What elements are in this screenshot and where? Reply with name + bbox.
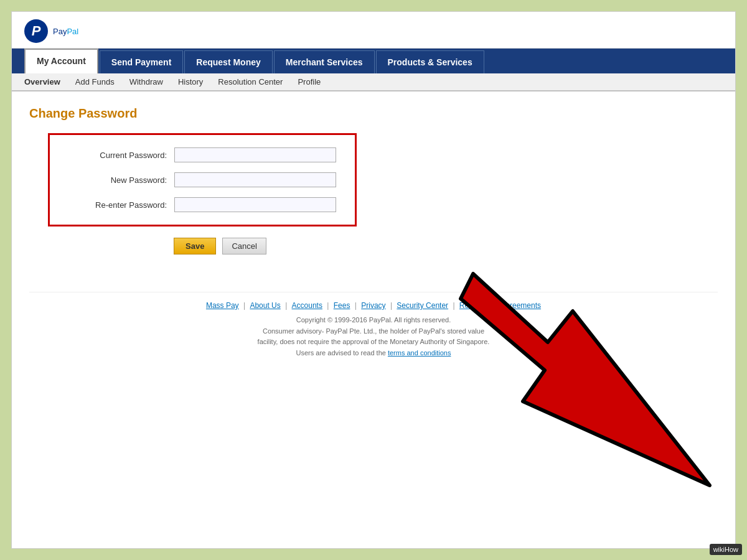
reenter-password-input[interactable]	[174, 197, 336, 212]
footer-link-agreements[interactable]: Agreements	[500, 301, 541, 310]
footer: Mass Pay | About Us | Accounts | Fees | …	[29, 292, 718, 358]
footer-link-security[interactable]: Security Center	[397, 301, 448, 310]
terms-link[interactable]: terms and conditions	[388, 349, 451, 357]
button-row: Save Cancel	[48, 238, 718, 254]
current-password-input[interactable]	[174, 147, 336, 162]
main-nav: My Account Send Payment Request Money Me…	[12, 49, 735, 73]
sub-nav-overview[interactable]: Overview	[24, 77, 60, 86]
footer-link-privacy[interactable]: Privacy	[361, 301, 385, 310]
reenter-password-label: Re-enter Password:	[68, 200, 174, 210]
footer-link-accounts[interactable]: Accounts	[292, 301, 322, 310]
reenter-password-row: Re-enter Password:	[68, 197, 336, 212]
logo-pay: Pay	[53, 27, 67, 36]
current-password-row: Current Password:	[68, 147, 336, 162]
new-password-row: New Password:	[68, 172, 336, 187]
sub-nav: Overview Add Funds Withdraw History Reso…	[12, 73, 735, 91]
current-password-label: Current Password:	[68, 151, 174, 160]
footer-copyright: Copyright © 1999-2016 PayPal. All rights…	[29, 315, 718, 358]
change-password-form: Current Password: New Password: Re-enter…	[48, 133, 357, 226]
logo: P PayPal	[24, 19, 723, 43]
tab-request-money[interactable]: Request Money	[184, 50, 272, 73]
footer-link-fees[interactable]: Fees	[334, 301, 350, 310]
sub-nav-resolution-center[interactable]: Resolution Center	[218, 77, 283, 86]
footer-links: Mass Pay | About Us | Accounts | Fees | …	[29, 301, 718, 310]
footer-link-mass-pay[interactable]: Mass Pay	[206, 301, 239, 310]
content: Change Password Current Password: New Pa…	[12, 91, 735, 373]
page-title: Change Password	[29, 106, 718, 121]
cancel-button[interactable]: Cancel	[222, 238, 266, 254]
sub-nav-profile[interactable]: Profile	[298, 77, 321, 86]
wikihow-badge: wikiHow	[710, 544, 742, 555]
logo-icon: P	[24, 19, 48, 43]
tab-my-account[interactable]: My Account	[24, 49, 98, 73]
tab-merchant-services[interactable]: Merchant Services	[274, 50, 375, 73]
header: P PayPal	[12, 12, 735, 49]
new-password-label: New Password:	[68, 175, 174, 185]
sub-nav-add-funds[interactable]: Add Funds	[75, 77, 115, 86]
logo-pal: Pal	[67, 27, 78, 36]
footer-link-about-us[interactable]: About Us	[250, 301, 280, 310]
sub-nav-history[interactable]: History	[178, 77, 203, 86]
new-password-input[interactable]	[174, 172, 336, 187]
logo-text: PayPal	[53, 27, 78, 36]
tab-send-payment[interactable]: Send Payment	[100, 50, 183, 73]
page-container: P PayPal My Account Send Payment Request…	[11, 11, 736, 549]
tab-products-services[interactable]: Products & Services	[376, 50, 484, 73]
footer-link-referrals[interactable]: Referrals	[459, 301, 490, 310]
save-button[interactable]: Save	[174, 238, 216, 254]
sub-nav-withdraw[interactable]: Withdraw	[129, 77, 163, 86]
